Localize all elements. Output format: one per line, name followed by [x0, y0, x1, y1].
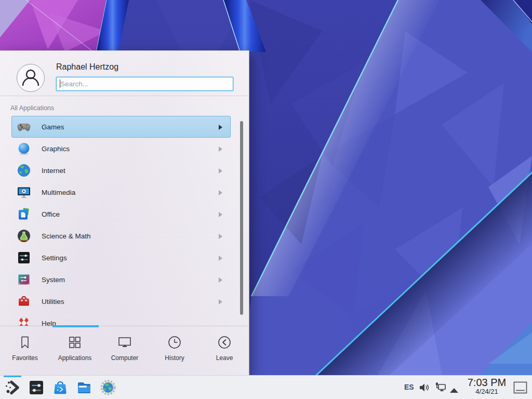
- tab-computer[interactable]: Computer: [100, 326, 150, 375]
- kickoff-tab-bar: Favorites Applications Computer: [0, 326, 249, 375]
- category-row-multimedia[interactable]: Multimedia: [11, 181, 231, 203]
- konqueror-globe-icon[interactable]: [100, 379, 116, 396]
- user-name: Raphael Hertzog: [56, 62, 118, 72]
- launcher-active-indicator: [4, 376, 21, 377]
- dolphin-icon[interactable]: [76, 379, 92, 396]
- category-row-utilities[interactable]: Utilities: [11, 290, 231, 312]
- network-icon[interactable]: [434, 382, 446, 393]
- clock-date: 4/24/21: [460, 388, 513, 395]
- category-row-internet[interactable]: Internet: [11, 159, 231, 181]
- computer-icon: [117, 335, 132, 350]
- category-row-office[interactable]: Office: [11, 203, 231, 225]
- utilities-icon: [17, 294, 31, 309]
- tab-label: Leave: [216, 354, 233, 362]
- volume-icon[interactable]: [419, 382, 430, 393]
- settings-icon: [17, 250, 31, 265]
- category-label: Games: [42, 123, 64, 131]
- chevron-right-icon: [219, 299, 222, 304]
- header-separator: [0, 96, 249, 96]
- category-label: Settings: [42, 254, 67, 262]
- chevron-right-icon: [219, 234, 222, 239]
- tab-applications[interactable]: Applications: [50, 326, 100, 375]
- chevron-right-icon: [219, 190, 222, 195]
- tab-label: History: [165, 354, 184, 362]
- category-label: System: [42, 276, 65, 284]
- discover-icon[interactable]: [52, 379, 69, 396]
- search-input[interactable]: [56, 77, 233, 91]
- active-tab-indicator: [52, 325, 99, 327]
- category-label: Graphics: [42, 145, 70, 153]
- show-desktop-button[interactable]: [513, 381, 527, 394]
- text-cursor: [60, 79, 60, 88]
- list-scrollbar[interactable]: [240, 121, 243, 315]
- category-row-games[interactable]: Games: [11, 116, 231, 138]
- category-label: Internet: [42, 167, 65, 175]
- kickoff-launcher-icon[interactable]: [4, 379, 21, 396]
- clock-time: 7:03 PM: [460, 377, 513, 388]
- chevron-right-icon: [219, 277, 222, 283]
- chevron-right-icon: [219, 147, 222, 152]
- category-row-settings[interactable]: Settings: [11, 247, 231, 269]
- chevron-right-icon: [219, 168, 222, 174]
- category-label: Multimedia: [42, 189, 75, 196]
- category-row-science-math[interactable]: Science & Math: [11, 225, 231, 247]
- office-icon: [17, 207, 31, 221]
- system-settings-icon[interactable]: [28, 379, 45, 396]
- app-grid-icon: [67, 335, 83, 350]
- science-math-icon: [17, 229, 31, 243]
- keyboard-layout-indicator[interactable]: ES: [404, 383, 414, 391]
- leave-icon: [217, 335, 232, 350]
- multimedia-icon: [17, 185, 31, 200]
- user-avatar-icon: [17, 64, 45, 92]
- tab-favorites[interactable]: Favorites: [0, 326, 50, 375]
- category-row-graphics[interactable]: Graphics: [11, 138, 231, 159]
- category-label: Science & Math: [42, 232, 91, 240]
- search-field-wrap: [56, 77, 233, 91]
- digital-clock[interactable]: 7:03 PM 4/24/21: [460, 377, 513, 395]
- tab-label: Applications: [58, 354, 92, 362]
- category-label: Office: [42, 210, 60, 218]
- tab-leave[interactable]: Leave: [200, 326, 249, 375]
- category-row-system[interactable]: System: [11, 269, 231, 290]
- application-launcher-menu: Raphael Hertzog All Applications: [0, 50, 249, 375]
- taskbar-panel: ES 7:03 PM 4/24/21: [0, 375, 532, 399]
- graphics-icon: [17, 141, 31, 156]
- history-clock-icon: [167, 335, 182, 350]
- category-list: Games Graphics: [11, 116, 231, 326]
- bookmark-icon: [17, 335, 33, 350]
- chevron-right-icon: [219, 125, 222, 130]
- chevron-right-icon: [219, 256, 222, 261]
- internet-icon: [17, 163, 31, 178]
- system-icon: [17, 272, 31, 287]
- tab-label: Favorites: [12, 354, 37, 362]
- section-label: All Applications: [10, 104, 54, 112]
- category-row-help[interactable]: Help: [11, 312, 231, 326]
- help-icon: [17, 316, 31, 326]
- games-icon: [17, 119, 31, 134]
- desktop: Raphael Hertzog All Applications: [0, 0, 532, 399]
- chevron-right-icon: [219, 212, 222, 217]
- caret-up-icon[interactable]: [450, 385, 458, 390]
- category-label: Utilities: [42, 298, 64, 305]
- tab-label: Computer: [111, 354, 139, 362]
- tab-history[interactable]: History: [150, 326, 200, 375]
